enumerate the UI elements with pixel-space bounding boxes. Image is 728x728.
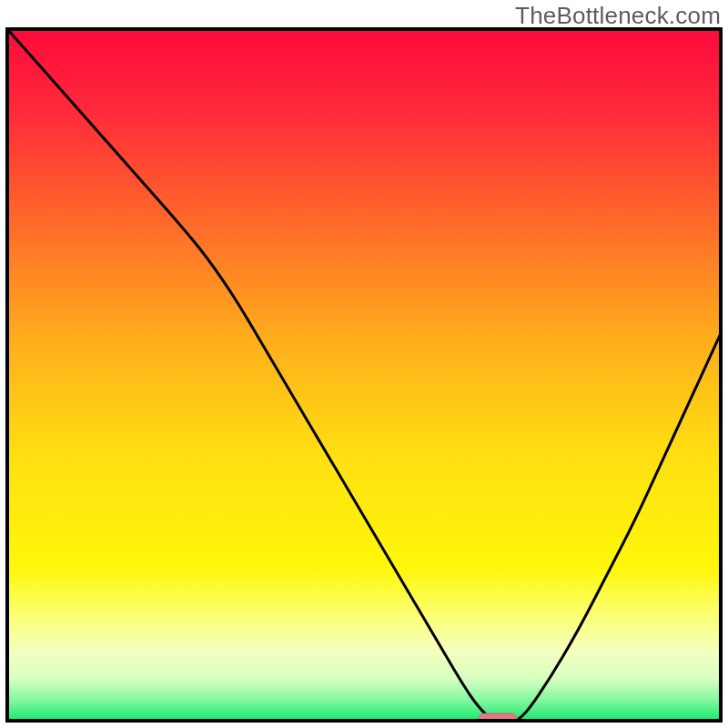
- gradient-background: [7, 29, 721, 721]
- bottleneck-chart: [0, 0, 728, 728]
- chart-stage: TheBottleneck.com: [0, 0, 728, 728]
- watermark-text: TheBottleneck.com: [515, 2, 721, 30]
